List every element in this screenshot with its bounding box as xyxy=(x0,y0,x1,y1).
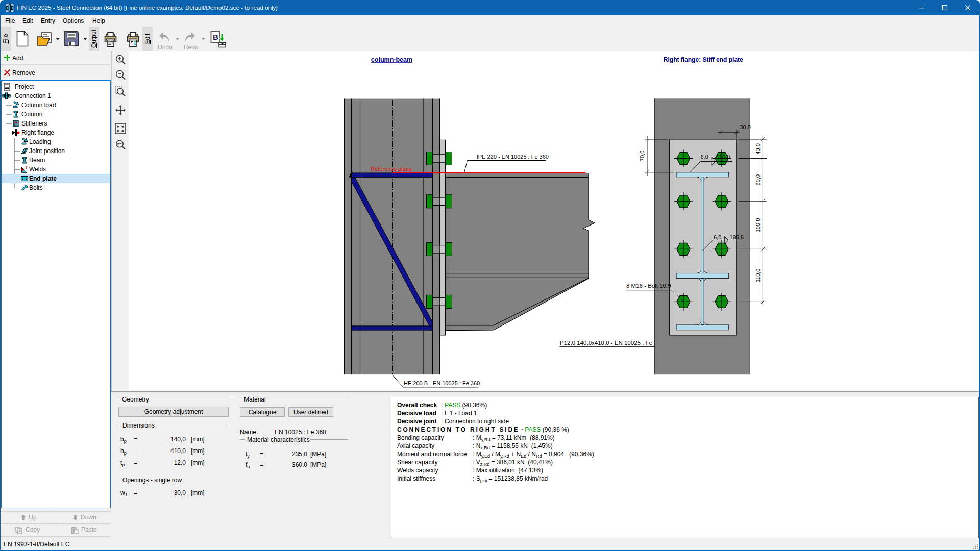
svg-text:110,0: 110,0 xyxy=(755,269,761,283)
svg-text:110,0: 110,0 xyxy=(717,154,730,160)
svg-text:90,0: 90,0 xyxy=(755,174,761,185)
svg-text:30,0: 30,0 xyxy=(740,124,751,130)
svg-text:IPE 220 - EN 10025 : Fe 360: IPE 220 - EN 10025 : Fe 360 xyxy=(477,154,549,160)
svg-text:40,0: 40,0 xyxy=(755,143,761,154)
svg-text:Right flange: Stiff end plate: Right flange: Stiff end plate xyxy=(664,56,743,63)
svg-text:70,0: 70,0 xyxy=(640,151,646,161)
svg-text:Reference plane: Reference plane xyxy=(371,166,412,172)
svg-text:P12,0 140,0x410,0 - EN 10025 :: P12,0 140,0x410,0 - EN 10025 : Fe 360 xyxy=(560,340,664,346)
svg-text:195,6: 195,6 xyxy=(730,234,744,240)
svg-text:HE 200 B - EN 10025 : Fe 360: HE 200 B - EN 10025 : Fe 360 xyxy=(404,380,480,386)
svg-text:6,0: 6,0 xyxy=(701,154,708,160)
svg-text:8 M16 - Bolt 10.9: 8 M16 - Bolt 10.9 xyxy=(626,283,671,289)
svg-text:100,0: 100,0 xyxy=(755,218,761,233)
svg-text:6,0: 6,0 xyxy=(714,234,721,240)
svg-text:column-beam: column-beam xyxy=(371,56,412,63)
svg-text:B: B xyxy=(213,33,218,41)
svg-text:?: ? xyxy=(25,165,28,170)
